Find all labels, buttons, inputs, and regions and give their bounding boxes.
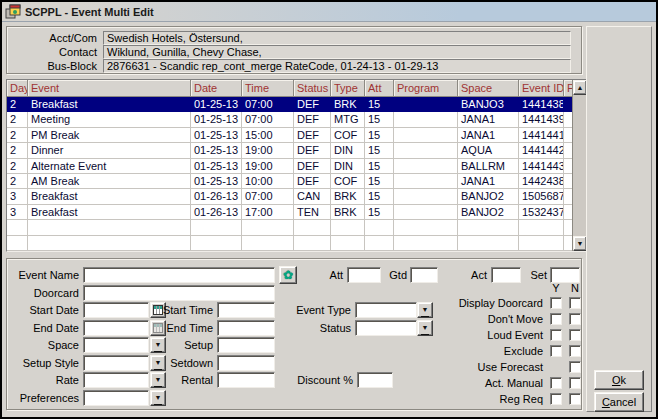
cell: DEF xyxy=(294,128,331,143)
cell: 2 xyxy=(7,174,28,189)
scroll-down-button[interactable]: ▼ xyxy=(573,236,587,251)
app-icon xyxy=(5,4,21,20)
checkbox-no[interactable] xyxy=(569,361,581,373)
flag-label: Reg Req xyxy=(500,393,543,405)
cell: Breakfast xyxy=(28,97,191,112)
cell xyxy=(7,220,28,235)
cell: 1441442 xyxy=(519,143,564,158)
cell: 1441441 xyxy=(519,128,564,143)
checkbox-yes[interactable] xyxy=(550,313,562,325)
flag-label: Use Forecast xyxy=(478,361,543,373)
cell xyxy=(458,220,519,235)
cell: BRK xyxy=(331,205,365,220)
event-multi-edit-window: SCPPL - Event Multi Edit Acct/ComSwedish… xyxy=(0,0,658,419)
table-row[interactable]: 2AM Break01-25-1310:00DEFCOF15JANA114424… xyxy=(7,174,574,189)
column-header: Space xyxy=(458,80,519,97)
cell xyxy=(394,220,458,235)
cell: DEF xyxy=(294,112,331,127)
cell: DEF xyxy=(294,174,331,189)
cell: DIN xyxy=(331,143,365,158)
cell: 01-26-13 xyxy=(191,205,242,220)
cell: 01-26-13 xyxy=(191,189,242,204)
table-vertical-scrollbar[interactable]: ▲ ▼ xyxy=(572,80,587,251)
cell xyxy=(28,220,191,235)
cell: 19:00 xyxy=(242,143,294,158)
cell: AM Break xyxy=(28,174,191,189)
cell: 2 xyxy=(7,128,28,143)
cell xyxy=(331,220,365,235)
rate-input[interactable] xyxy=(83,372,149,388)
space-input[interactable] xyxy=(83,337,149,353)
checkbox-no[interactable] xyxy=(569,329,581,341)
end-date-input[interactable] xyxy=(83,320,149,336)
flag-row: Use Forecast xyxy=(267,359,581,375)
table-row-empty[interactable] xyxy=(7,236,574,251)
event-name-input[interactable] xyxy=(83,267,275,283)
scroll-up-button[interactable]: ▲ xyxy=(573,80,587,95)
cell xyxy=(394,128,458,143)
checkbox-yes[interactable] xyxy=(550,393,562,405)
checkbox-no[interactable] xyxy=(569,297,581,309)
cell: Meeting xyxy=(28,112,191,127)
cell: 15 xyxy=(365,143,394,158)
checkbox-yes[interactable] xyxy=(550,345,562,357)
setup-style-input[interactable] xyxy=(83,355,149,371)
cell: 01-25-13 xyxy=(191,97,242,112)
table-row[interactable]: 2Alternate Event01-25-1319:00DEFDIN15BAL… xyxy=(7,159,574,174)
header-field-label: Acct/Com xyxy=(11,32,103,44)
cell xyxy=(191,236,242,251)
cell: TEN xyxy=(294,205,331,220)
table-row[interactable]: 2Meeting01-25-1307:00DEFMTG15JANA1144143… xyxy=(7,112,574,127)
checkbox-no[interactable] xyxy=(569,313,581,325)
cell: 10:00 xyxy=(242,174,294,189)
scroll-track[interactable] xyxy=(573,95,587,236)
cancel-button[interactable]: Cancel xyxy=(594,392,644,412)
cell: 19:00 xyxy=(242,159,294,174)
cell xyxy=(394,97,458,112)
start-date-label: Start Date xyxy=(7,302,79,318)
scroll-up-icon: ▲ xyxy=(577,84,584,91)
cell: 1505687 xyxy=(519,189,564,204)
table-row[interactable]: 3Breakfast01-26-1307:00CANBRK15BANJO2150… xyxy=(7,189,574,204)
flag-label: Don't Move xyxy=(488,313,543,325)
setup-label: Setup xyxy=(161,337,213,353)
cell xyxy=(331,236,365,251)
cell xyxy=(365,220,394,235)
doorcard-input[interactable] xyxy=(83,285,275,301)
table-row[interactable]: 2PM Break01-25-1315:00DEFCOF15JANA114414… xyxy=(7,128,574,143)
checkbox-yes[interactable] xyxy=(550,297,562,309)
checkbox-no[interactable] xyxy=(569,377,581,389)
table-row-empty[interactable] xyxy=(7,220,574,235)
checkbox-yes[interactable] xyxy=(550,329,562,341)
rental-label: Rental xyxy=(161,372,213,388)
cell: BANJO3 xyxy=(458,97,519,112)
setup-style-label: Setup Style xyxy=(7,355,79,371)
checkbox-no[interactable] xyxy=(569,345,581,357)
cell: BRK xyxy=(331,97,365,112)
checkbox-yes[interactable] xyxy=(550,377,562,389)
table-row[interactable]: 2Dinner01-25-1319:00DEFDIN15AQUA1441442 xyxy=(7,143,574,158)
start-date-input[interactable] xyxy=(83,302,149,318)
cell xyxy=(365,236,394,251)
cell: 01-25-13 xyxy=(191,143,242,158)
table-row[interactable]: 2Breakfast01-25-1307:00DEFBRK15BANJO3144… xyxy=(7,97,574,112)
start-time-label: Start Time xyxy=(161,302,213,318)
title-bar[interactable]: SCPPL - Event Multi Edit xyxy=(2,2,656,22)
preferences-combo-button[interactable]: ▼ xyxy=(150,390,166,406)
flower-lov-icon: ✿ xyxy=(283,268,293,282)
cell xyxy=(394,205,458,220)
table-row[interactable]: 3Breakfast01-26-1317:00TENBRK15BANJO2153… xyxy=(7,205,574,220)
cell: 15:00 xyxy=(242,128,294,143)
cell: 17:00 xyxy=(242,205,294,220)
cell xyxy=(294,220,331,235)
end-date-label: End Date xyxy=(7,320,79,336)
cell xyxy=(394,143,458,158)
column-header: Date xyxy=(191,80,242,97)
checkbox-no[interactable] xyxy=(569,393,581,405)
cell xyxy=(394,159,458,174)
rate-label: Rate xyxy=(7,372,79,388)
preferences-input[interactable] xyxy=(83,390,149,406)
cell: 15 xyxy=(365,159,394,174)
cell: 2 xyxy=(7,112,28,127)
ok-button[interactable]: Ok xyxy=(594,370,644,390)
